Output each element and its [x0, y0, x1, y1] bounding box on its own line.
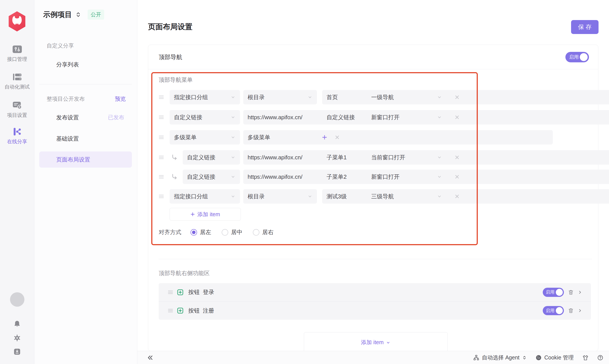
remove-row-icon[interactable]	[454, 194, 460, 199]
add-submenu-icon[interactable]	[322, 134, 327, 140]
main-content: 页面布局设置 保 存 顶部导航 启用 顶部导航菜单 指定接口分组 根目录	[137, 0, 609, 364]
menu-type-select[interactable]: 多级菜单	[169, 130, 240, 144]
delete-row-icon[interactable]	[568, 289, 574, 295]
menu-title-input[interactable]	[243, 130, 553, 144]
status-bar: 自动选择 Agent Cookie 管理	[137, 351, 609, 364]
subnav-item-publish-settings[interactable]: 发布设置	[56, 114, 79, 121]
select-value: 自定义链接	[187, 173, 215, 181]
remove-row-icon[interactable]	[454, 115, 460, 120]
cookie-manager[interactable]: Cookie 管理	[536, 354, 574, 361]
settings-gear-icon[interactable]	[13, 334, 21, 342]
remove-row-icon[interactable]	[454, 155, 460, 160]
chevron-right-icon[interactable]	[578, 290, 582, 295]
api-management-icon	[12, 45, 22, 54]
sidebar-item-api-management[interactable]: 接口管理	[0, 45, 34, 63]
menu-type-select[interactable]: 指定接口分组	[169, 189, 240, 204]
select-value: 根目录	[248, 193, 265, 200]
menu-target-select[interactable]: 根目录	[243, 90, 317, 104]
select-value: 根目录	[248, 93, 265, 101]
shirt-icon[interactable]	[583, 355, 588, 361]
menu-row: 自定义链接 新窗口打开	[159, 110, 468, 124]
subnav-item-page-layout-active[interactable]: 页面布局设置	[39, 152, 132, 168]
submenu-indent-icon	[171, 154, 178, 161]
remove-row-icon[interactable]	[334, 134, 340, 140]
radio-label: 居右	[262, 228, 273, 236]
radio-dot	[222, 229, 228, 236]
align-center-radio[interactable]: 居中	[222, 228, 242, 236]
button-type-icon	[177, 307, 183, 314]
menu-type-select[interactable]: 自定义链接	[183, 169, 240, 184]
add-menu-item-button[interactable]: 添加 item	[169, 208, 241, 221]
submenu-row: 自定义链接 新窗口打开	[159, 169, 468, 184]
select-value: 一级导航	[371, 93, 394, 101]
online-share-icon	[12, 127, 22, 136]
row-enable-toggle[interactable]: 启用	[543, 288, 564, 297]
align-left-radio[interactable]: 居左	[191, 228, 211, 236]
section-divider	[159, 259, 592, 259]
submenu-indent-icon	[171, 173, 178, 180]
agent-selector-label: 自动选择 Agent	[482, 354, 519, 361]
project-switcher[interactable]: 示例项目 公开	[43, 10, 104, 20]
menu-target-select[interactable]: 根目录	[243, 189, 317, 204]
right-area-label: 顶部导航右侧功能区	[159, 269, 210, 277]
sidebar-item-online-share[interactable]: 在线分享	[0, 127, 34, 145]
drag-handle-icon[interactable]	[168, 290, 173, 295]
drag-handle-icon[interactable]	[159, 174, 164, 179]
menu-title-input[interactable]	[322, 90, 609, 104]
menu-title-input[interactable]	[322, 110, 609, 124]
right-area-row-login[interactable]: 按钮 登录 启用	[159, 283, 591, 301]
menu-type-select[interactable]: 自定义链接	[169, 110, 240, 124]
subnav-item-share-list[interactable]: 分享列表	[56, 61, 79, 68]
chevron-down-icon	[437, 174, 442, 179]
row-enable-toggle[interactable]: 启用	[543, 306, 564, 315]
drag-handle-icon[interactable]	[159, 194, 164, 199]
drag-handle-icon[interactable]	[159, 155, 164, 160]
menu-title-input[interactable]	[322, 169, 609, 184]
menu-open-mode-select[interactable]: 一级导航	[367, 90, 446, 104]
preview-link[interactable]: 预览	[115, 95, 126, 103]
submenu-row: 自定义链接 当前窗口打开	[159, 150, 468, 165]
sitemap-icon	[473, 355, 479, 361]
delete-row-icon[interactable]	[568, 308, 574, 314]
menu-title-input[interactable]	[322, 150, 609, 165]
rail-item-label: 在线分享	[7, 138, 27, 145]
drag-handle-icon[interactable]	[159, 135, 164, 140]
select-value: 三级导航	[371, 193, 394, 200]
menu-open-mode-select[interactable]: 新窗口打开	[367, 110, 446, 124]
remove-row-icon[interactable]	[454, 94, 460, 100]
download-client-icon[interactable]	[13, 348, 21, 355]
drag-handle-icon[interactable]	[159, 115, 164, 120]
user-avatar[interactable]	[10, 292, 25, 307]
align-right-radio[interactable]: 居右	[253, 228, 273, 236]
help-icon[interactable]	[597, 355, 603, 361]
agent-selector[interactable]: 自动选择 Agent	[473, 354, 527, 361]
drag-handle-icon[interactable]	[159, 95, 164, 100]
menu-type-select[interactable]: 指定接口分组	[169, 90, 240, 104]
menu-row: 指定接口分组 根目录 三级导航	[159, 189, 468, 204]
chevron-down-icon	[230, 155, 236, 160]
notifications-bell-icon[interactable]	[13, 320, 21, 328]
remove-row-icon[interactable]	[454, 174, 460, 180]
page-title: 页面布局设置	[148, 22, 193, 32]
add-right-area-item-button[interactable]: 添加 item	[304, 332, 448, 352]
menu-open-mode-select[interactable]: 新窗口打开	[367, 169, 446, 184]
apifox-logo[interactable]	[7, 11, 27, 32]
right-area-row-register[interactable]: 按钮 注册 启用	[159, 301, 591, 320]
menu-open-mode-select[interactable]: 当前窗口打开	[367, 150, 446, 165]
row-label: 按钮 注册	[188, 307, 214, 314]
save-button[interactable]: 保 存	[571, 20, 598, 34]
right-area-item-group: 按钮 登录 启用 按钮 注册	[159, 283, 591, 320]
top-nav-enable-toggle[interactable]: 启用	[565, 52, 589, 62]
menu-type-select[interactable]: 自定义链接	[183, 150, 240, 165]
top-nav-settings-card: 顶部导航 启用 顶部导航菜单 指定接口分组 根目录 一级导航	[148, 45, 598, 351]
menu-open-mode-select[interactable]: 三级导航	[367, 189, 446, 204]
section-custom-share: 自定义分享	[47, 42, 74, 49]
radio-label: 居中	[231, 228, 242, 236]
subnav-item-basic-settings[interactable]: 基础设置	[56, 135, 79, 143]
menu-title-input[interactable]	[322, 189, 609, 204]
collapse-sidebar-icon[interactable]	[147, 354, 154, 361]
chevron-right-icon[interactable]	[578, 308, 582, 313]
sidebar-item-automated-testing[interactable]: 自动化测试	[0, 72, 34, 90]
drag-handle-icon[interactable]	[168, 308, 173, 313]
sidebar-item-project-settings[interactable]: 项目设置	[0, 101, 34, 118]
